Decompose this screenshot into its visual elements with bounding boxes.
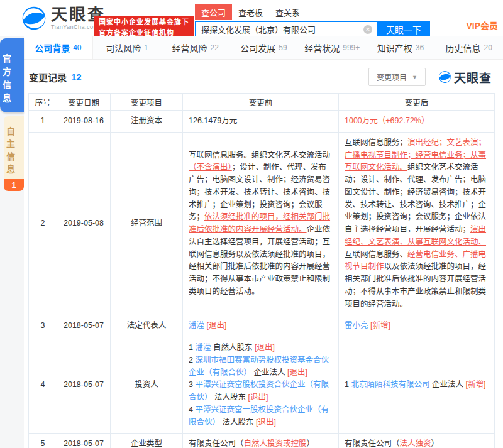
search-tab-查关系[interactable]: 查关系 [269, 4, 306, 20]
nav-tab-label: 司法风险 [106, 41, 141, 54]
nav-tab-label: 公司背景 [35, 41, 70, 54]
section-watermark-logo: 天眼查 [438, 68, 492, 85]
nav-tab-count: 999+ [343, 43, 360, 52]
column-header: 变更前 [183, 94, 339, 111]
change-item-name: 注册资本 [113, 115, 180, 128]
gov-badge-line1: 国家中小企业发展基金旗下 [99, 17, 189, 28]
cell-after-change: 互联网信息服务；演出经纪；文艺表演；广播电视节目制作；经营电信业务；从事互联网文… [339, 132, 495, 315]
change-item-filter-dropdown[interactable]: 变更项目 ▼ [368, 68, 426, 86]
highlight-segment: （不含演出） [189, 163, 232, 172]
text-segment: 法人股东 [220, 418, 256, 427]
watermark-brand-text: 天眼查 [454, 68, 492, 85]
cell-serial-number: 5 [29, 434, 57, 448]
main-panel: 公司背景40司法风险1经营风险22公司发展59经营状况999+知识产权36历史信… [24, 36, 503, 448]
cell-line: 有限责任公司（自然人投资或控股） [189, 438, 333, 448]
change-item-name: 经营范围 [113, 217, 180, 230]
text-segment: 126.1479万元 [189, 116, 237, 125]
vip-member-link[interactable]: VIP会员 [466, 19, 498, 31]
company-nav-tabs: 公司背景40司法风险1经营风险22公司发展59经营状况999+知识产权36历史信… [24, 36, 503, 60]
column-header: 序号 [29, 94, 57, 111]
entity-link[interactable]: 雷小亮 [345, 321, 368, 330]
column-header: 变更后 [339, 94, 495, 111]
cell-change-date: 2018-05-07 [57, 434, 111, 448]
text-segment: 互联网信息服务； [345, 138, 407, 147]
table-body: 12019-08-16注册资本126.1479万元1000万元（+692.72%… [29, 111, 495, 448]
text-segment: 法人股东 [213, 393, 248, 402]
clear-search-icon[interactable]: ✕ [363, 25, 372, 34]
search-row: ✕ 天眼一下 [195, 21, 430, 38]
left-ribbon-tabs: 官方信息 自主信息 1 [0, 38, 24, 191]
table-row: 32018-05-07法定代表人潘滢 [退出]雷小亮 [新增] [29, 315, 495, 337]
nav-tab-知识产权[interactable]: 知识产权36 [367, 36, 435, 59]
table-row: 52018-05-07企业类型有限责任公司（自然人投资或控股）有限责任公司（法人… [29, 434, 495, 448]
cell-line: 3 平潭兴证赛富股权投资合伙企业（有限合伙） 法人股东 [退出] [189, 379, 333, 404]
cell-line: 126.1479万元 [189, 115, 333, 128]
cell-change-item: 经营范围 [111, 132, 183, 315]
column-header: 变更日期 [57, 94, 111, 111]
text-segment: ） [307, 439, 315, 448]
nav-tab-label: 经营风险 [172, 41, 207, 54]
nav-tab-count: 1 [144, 43, 148, 52]
nav-tab-count: 36 [416, 43, 424, 52]
table-row: 22019-05-08经营范围互联网信息服务。组织文化艺术交流活动（不含演出）；… [29, 132, 495, 315]
nav-tab-公司背景[interactable]: 公司背景40 [24, 36, 93, 59]
text-segment: 1 [345, 380, 351, 389]
nav-tab-count: 40 [73, 43, 81, 52]
cell-line: 雷小亮 [新增] [345, 320, 489, 332]
nav-tab-label: 历史信息 [445, 41, 480, 54]
sidebar-tab-self-info[interactable]: 自主信息 [4, 116, 24, 179]
change-item-name: 企业类型 [113, 438, 180, 448]
cell-before-change: 1 潘滢 自然人股东 [退出]2 深圳市福田赛富动势股权投资基金合伙企业（有限合… [183, 337, 339, 434]
cell-line: 2 深圳市福田赛富动势股权投资基金合伙企业（有限合伙） 企业法人 [退出] [189, 354, 333, 380]
search-button[interactable]: 天眼一下 [377, 21, 430, 38]
nav-tab-label: 经营状况 [304, 41, 340, 54]
text-segment: 组织文化艺术交流活动；设计、制作、代理、发布广告；电脑图文设计、制作；经济贸易咨… [345, 163, 486, 234]
highlight-segment: 1000万元（+692.72%） [345, 116, 429, 125]
chevron-down-icon: ▼ [412, 74, 417, 80]
cell-before-change: 有限责任公司（自然人投资或控股） [183, 434, 339, 448]
nav-tab-公司发展[interactable]: 公司发展59 [229, 36, 298, 59]
cell-change-date: 2018-05-07 [57, 337, 111, 434]
entity-link[interactable]: 潘滢 [195, 343, 211, 352]
highlight-segment: 自然人投资或控股 [244, 439, 307, 448]
cell-after-change: 1 北京陌陌科技有限公司 企业法人 [新增] [339, 337, 495, 434]
search-tab-查老板[interactable]: 查老板 [232, 4, 269, 20]
change-records-table: 序号变更日期变更项目变更前变更后 12019-08-16注册资本126.1479… [28, 93, 495, 448]
cell-change-item: 投资人 [111, 337, 183, 434]
cell-change-date: 2019-08-16 [57, 111, 111, 133]
highlight-segment: [新增] [370, 321, 390, 330]
cell-serial-number: 3 [29, 315, 57, 337]
section-header: 变更记录 12 变更项目 ▼ 天眼查 [24, 60, 503, 93]
text-segment: 有限责任公司（ [189, 439, 244, 448]
sidebar-tab-official-info[interactable]: 官方信息 [0, 38, 24, 112]
cell-serial-number: 1 [29, 111, 57, 133]
highlight-segment: [退出] [256, 418, 276, 427]
search-input[interactable] [195, 21, 377, 38]
nav-tab-历史信息[interactable]: 历史信息20 [434, 36, 503, 59]
tianyancha-logo[interactable]: 天眼查 TianYanCha.com [21, 6, 106, 31]
nav-tab-count: 22 [211, 43, 219, 52]
nav-tab-经营状况[interactable]: 经营状况999+ [298, 36, 367, 59]
nav-tab-经营风险[interactable]: 经营风险22 [161, 36, 229, 59]
search-tab-查公司[interactable]: 查公司 [195, 4, 232, 20]
nav-tab-count: 59 [279, 43, 287, 52]
search-type-tabs: 查公司查老板查关系 [195, 4, 430, 20]
entity-link[interactable]: 潘滢 [189, 321, 204, 330]
filter-label: 变更项目 [377, 72, 407, 82]
cell-change-date: 2018-05-07 [57, 315, 111, 337]
self-info-count-badge[interactable]: 1 [4, 179, 24, 191]
table-row: 42018-05-07投资人1 潘滢 自然人股东 [退出]2 深圳市福田赛富动势… [29, 337, 495, 434]
cell-line: 4 平潭兴证赛富一股权投资合伙企业（有限合伙） 法人股东 [退出] [189, 404, 333, 429]
text-segment: ） [431, 439, 439, 448]
highlight-segment: [退出] [287, 368, 307, 377]
highlight-segment: [退出] [248, 393, 268, 402]
cell-line: 互联网信息服务。组织文化艺术交流活动（不含演出）；设计、制作、代理、发布广告；电… [189, 150, 333, 298]
entity-link[interactable]: 北京陌陌科技有限公司 [351, 380, 429, 389]
cell-after-change: 雷小亮 [新增] [339, 315, 495, 337]
cell-change-date: 2019-05-08 [57, 132, 111, 315]
text-segment: 企业法人 [429, 380, 465, 389]
table-header-row: 序号变更日期变更项目变更前变更后 [29, 94, 495, 111]
cell-before-change: 互联网信息服务。组织文化艺术交流活动（不含演出）；设计、制作、代理、发布广告；电… [183, 132, 339, 315]
tianyancha-swoosh-icon [21, 6, 47, 31]
nav-tab-司法风险[interactable]: 司法风险1 [93, 36, 162, 59]
